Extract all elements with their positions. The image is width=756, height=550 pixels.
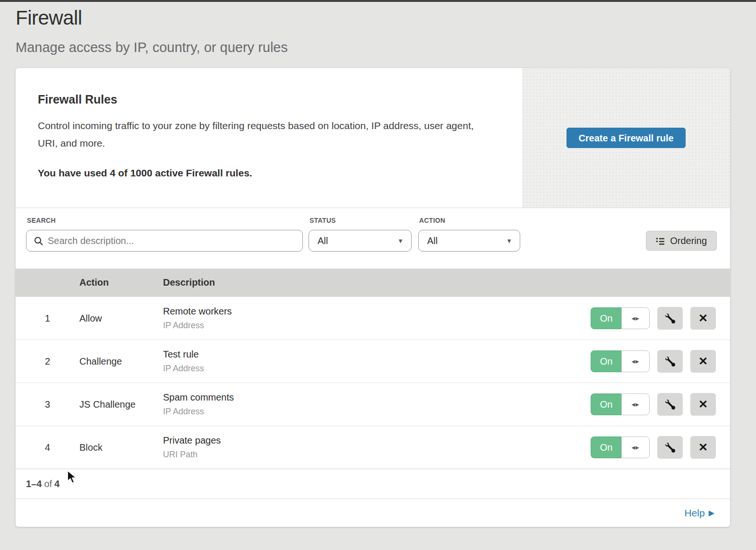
pagination: 1–4 of 4 — [16, 469, 730, 498]
status-select-value: All — [318, 236, 328, 246]
filters-bar: SEARCH STATUS All ▼ ACTION All ▼ — [16, 208, 730, 269]
delete-rule-button[interactable]: ✕ — [690, 350, 716, 373]
toggle-arrows-icon: ◂▸ — [621, 307, 650, 329]
delete-rule-button[interactable]: ✕ — [690, 307, 716, 330]
action-label: ACTION — [419, 217, 520, 224]
toggle-arrows-icon: ◂▸ — [621, 437, 650, 458]
arrow-right-icon: ▶ — [709, 508, 714, 517]
search-box[interactable] — [26, 230, 303, 252]
page-header: Firewall Manage access by IP, country, o… — [0, 2, 756, 55]
rule-controls: On ◂▸ ✕ — [591, 350, 730, 373]
rule-enabled-toggle[interactable]: On ◂▸ — [591, 437, 650, 458]
description-column-header: Description — [163, 277, 730, 288]
wrench-icon — [665, 443, 675, 453]
rule-controls: On ◂▸ ✕ — [591, 393, 730, 416]
table-row: 4 Block Private pages URI Path On ◂▸ ✕ — [16, 426, 730, 469]
wrench-icon — [665, 357, 675, 367]
create-firewall-rule-button[interactable]: Create a Firewall rule — [567, 128, 685, 148]
action-filter-group: ACTION All ▼ — [418, 217, 520, 252]
status-select[interactable]: All ▼ — [309, 230, 412, 252]
rule-action: Challenge — [79, 356, 163, 367]
action-column-header: Action — [79, 277, 163, 288]
table-row: 1 Allow Remote workers IP Address On ◂▸ … — [16, 297, 730, 340]
status-label: STATUS — [309, 217, 418, 224]
pagination-of-label: of — [44, 479, 52, 489]
rule-description-cell: Remote workers IP Address — [163, 306, 591, 331]
toggle-arrows-icon: ◂▸ — [621, 393, 650, 415]
edit-rule-button[interactable] — [657, 393, 683, 416]
rule-match-type: IP Address — [163, 364, 591, 374]
rule-enabled-toggle[interactable]: On ◂▸ — [591, 350, 650, 372]
pagination-range: 1–4 — [26, 479, 42, 489]
firewall-rules-card: Firewall Rules Control incoming traffic … — [16, 68, 730, 527]
rule-match-type: IP Address — [163, 407, 591, 417]
rule-priority: 3 — [16, 399, 79, 410]
rule-controls: On ◂▸ ✕ — [591, 307, 730, 330]
delete-rule-button[interactable]: ✕ — [690, 393, 716, 416]
toggle-arrows-icon: ◂▸ — [621, 350, 650, 372]
rule-description: Test rule — [163, 349, 591, 360]
search-filter-group: SEARCH — [26, 217, 309, 252]
search-label: SEARCH — [27, 217, 309, 224]
pagination-total: 4 — [54, 479, 60, 489]
search-icon — [34, 236, 43, 245]
status-filter-group: STATUS All ▼ — [309, 217, 418, 252]
toggle-on-state: On — [591, 307, 621, 329]
rule-description: Private pages — [163, 435, 591, 446]
action-select[interactable]: All ▼ — [418, 230, 520, 252]
close-icon: ✕ — [698, 442, 708, 453]
help-link-label: Help — [684, 507, 704, 519]
rules-intro-text: Firewall Rules Control incoming traffic … — [16, 68, 522, 208]
toggle-on-state: On — [591, 393, 621, 415]
toggle-on-state: On — [591, 437, 621, 458]
rule-action: Allow — [79, 313, 163, 324]
rule-enabled-toggle[interactable]: On ◂▸ — [591, 393, 650, 415]
rule-description-cell: Private pages URI Path — [163, 435, 591, 460]
help-row: Help ▶ — [16, 498, 730, 527]
ordering-button[interactable]: Ordering — [646, 231, 717, 251]
action-select-value: All — [427, 236, 438, 246]
rules-description: Control incoming traffic to your zone by… — [38, 117, 487, 152]
rule-enabled-toggle[interactable]: On ◂▸ — [591, 307, 650, 329]
chevron-down-icon: ▼ — [506, 237, 512, 244]
table-row: 2 Challenge Test rule IP Address On ◂▸ ✕ — [16, 340, 730, 383]
close-icon: ✕ — [698, 313, 708, 324]
rule-description: Remote workers — [163, 306, 591, 317]
rule-priority: 4 — [16, 442, 79, 453]
rule-description: Spam comments — [163, 392, 591, 403]
edit-rule-button[interactable] — [657, 350, 683, 373]
rules-usage-note: You have used 4 of 1000 active Firewall … — [38, 167, 494, 179]
close-icon: ✕ — [698, 399, 708, 410]
help-link[interactable]: Help ▶ — [684, 507, 714, 519]
ordering-button-label: Ordering — [670, 236, 707, 246]
rule-match-type: URI Path — [163, 450, 591, 460]
delete-rule-button[interactable]: ✕ — [690, 436, 716, 459]
ordered-list-icon — [656, 236, 665, 245]
toggle-on-state: On — [591, 350, 621, 372]
page-subtitle: Manage access by IP, country, or query r… — [16, 40, 740, 55]
rule-match-type: IP Address — [163, 321, 591, 331]
close-icon: ✕ — [698, 356, 708, 367]
rule-description-cell: Spam comments IP Address — [163, 392, 591, 417]
page-title: Firewall — [16, 7, 740, 29]
rules-intro-section: Firewall Rules Control incoming traffic … — [16, 68, 730, 208]
rule-action: Block — [79, 442, 163, 453]
rule-action: JS Challenge — [79, 399, 163, 410]
rule-description-cell: Test rule IP Address — [163, 349, 591, 374]
rule-priority: 2 — [16, 356, 79, 367]
table-row: 3 JS Challenge Spam comments IP Address … — [16, 383, 730, 426]
rules-heading: Firewall Rules — [38, 93, 494, 106]
wrench-icon — [665, 314, 675, 323]
chevron-down-icon: ▼ — [397, 237, 404, 244]
edit-rule-button[interactable] — [657, 436, 683, 459]
rule-priority: 1 — [16, 313, 79, 324]
table-header: Action Description — [16, 269, 730, 297]
edit-rule-button[interactable] — [657, 307, 683, 330]
rule-controls: On ◂▸ ✕ — [591, 436, 730, 459]
wrench-icon — [665, 400, 675, 410]
search-input[interactable] — [48, 236, 296, 246]
create-rule-panel: Create a Firewall rule — [522, 68, 730, 208]
